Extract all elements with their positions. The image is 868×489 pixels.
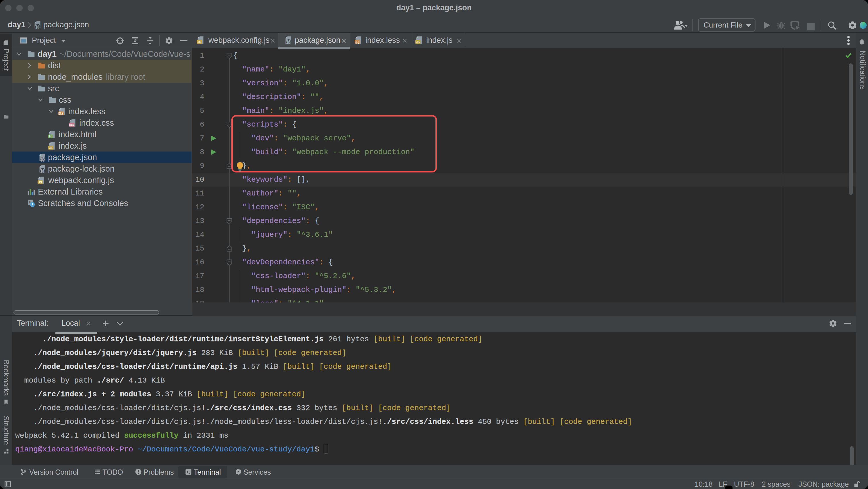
- svg-text:{}: {}: [40, 168, 45, 173]
- svg-text:{}: {}: [36, 24, 40, 29]
- svg-text:JS: JS: [197, 40, 201, 44]
- svg-text:JS: JS: [49, 146, 53, 150]
- svg-text:{L}: {L}: [355, 40, 360, 44]
- svg-text:JS: JS: [38, 181, 42, 184]
- svg-text:JS: JS: [416, 40, 420, 44]
- svg-text:{L}: {L}: [59, 112, 63, 115]
- svg-text:{}: {}: [286, 39, 291, 44]
- svg-text:H: H: [50, 135, 52, 138]
- svg-text:{}: {}: [40, 156, 45, 162]
- svg-text:CSS: CSS: [69, 123, 74, 126]
